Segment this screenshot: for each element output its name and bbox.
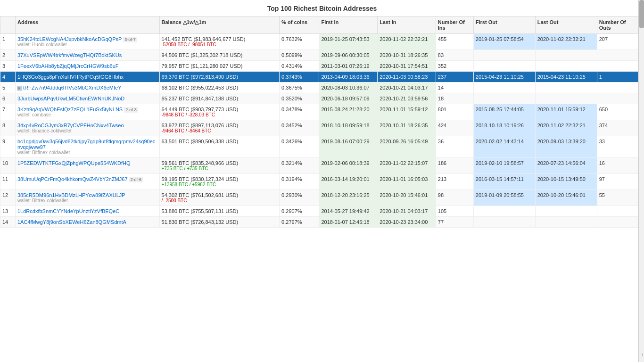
row-firstin: 2014-05-27 19:49:42 — [319, 206, 378, 217]
row-pct: 0.4314% — [280, 61, 319, 72]
row-lastout — [535, 82, 597, 93]
address-link[interactable]: 385cR5DM96n1HvBDMzLHPYcw89fZAXULJP — [17, 192, 125, 198]
address-link[interactable]: 1P5ZEDWTKTFGxQjZphgWPQUpe554WKDfHQ — [17, 160, 131, 166]
table-row: 9bc1qgdjqv0av3q56jvd82tkdjpy7gdp9ut8tlqm… — [0, 136, 638, 158]
row-firstout — [473, 93, 535, 104]
row-address[interactable]: bc1qgdjqv0av3q56jvd82tkdjpy7gdp9ut8tlqmg… — [16, 136, 160, 158]
row-address[interactable]: 38UmuUqPCrFmQo4khkomQwZ4VbY2nZMJ672-of-6 — [16, 174, 160, 190]
table-row: 101P5ZEDWTKTFGxQjZphgWPQUpe554WKDfHQ59,5… — [0, 158, 638, 174]
row-balance: 59,195 BTC ($830,127,324 USD)+13958 BTC … — [159, 174, 280, 190]
balance-main: 51,830 BTC ($726,843,132 USD) — [162, 219, 278, 225]
row-numins: 77 — [436, 217, 473, 228]
row-numins: 83 — [436, 50, 473, 61]
row-number: 1 — [0, 34, 16, 50]
row-address[interactable]: 1AC4fMwgY8j9onSbXEWeH6Zan8QGMSdmtA — [16, 217, 160, 228]
balance-change: -9848 BTC / -328.03 BTC — [162, 112, 278, 117]
col-header-lastin: Last In — [378, 16, 436, 34]
row-balance: 141,452 BTC ($1,983,646,677 USD)-52050 B… — [159, 34, 280, 50]
address-link[interactable]: 1HQ3Go3ggs8pFnXuHVHRytPCq5fGG8Hbhx — [17, 74, 124, 80]
row-address[interactable]: 37XuVSEpWW4trkfmvWzegTHQt7BdktSKUs — [16, 50, 160, 61]
row-pct: 0.5099% — [280, 50, 319, 61]
row-balance: 54,302 BTC ($761,502,681 USD)/ -2500 BTC — [159, 190, 280, 206]
table-row: 12385cR5DM96n1HvBDMzLHPYcw89fZAXULJPwall… — [0, 190, 638, 206]
row-number: 6 — [0, 93, 16, 104]
row-firstout — [473, 206, 535, 217]
address-link[interactable]: 1LdRcdxfbSnmCYYNdeYpUnztiYzVfBEQeC — [17, 208, 119, 214]
row-pct: 0.3214% — [280, 158, 319, 174]
row-address[interactable]: 1FeexV6bAHb8ybZjqQMjJrcCrHGW9sb6uF — [16, 61, 160, 72]
row-pct: 0.7632% — [280, 34, 319, 50]
row-lastin: 2020-11-02 22:15:07 — [378, 158, 436, 174]
balance-change: / -2500 BTC — [162, 198, 278, 203]
multisig-badge: 2-of-6 — [129, 177, 143, 182]
scrollbar-thumb[interactable] — [639, 0, 644, 28]
row-numins: 213 — [436, 174, 473, 190]
table-row: 141AC4fMwgY8j9onSbXEWeH6Zan8QGMSdmtA51,8… — [0, 217, 638, 228]
address-link[interactable]: 35hK24tcLEWcgNA4JxpvbkNkoAcDGqQPsP3-of-7 — [17, 36, 137, 42]
row-lastout: 2020-11-02 22:32:21 — [535, 120, 597, 136]
col-header-num — [0, 16, 16, 34]
row-firstin: 2018-10-18 09:59:18 — [319, 120, 378, 136]
address-link[interactable]: 38UmuUqPCrFmQo4khkomQwZ4VbY2nZMJ672-of-6 — [17, 176, 143, 182]
row-numins: 14 — [436, 82, 473, 93]
row-address[interactable]: 1LdRcdxfbSnmCYYNdeYpUnztiYzVfBEQeC — [16, 206, 160, 217]
row-address[interactable]: 3JurbUwpsAPqvUkwLM5CtwnEWrNnUKJNoD — [16, 93, 160, 104]
address-link[interactable]: 3Kzh9qAqVWQhEsfQz7zEQL1EuSx5tyNLNS2-of-3 — [17, 107, 138, 112]
table-row: 834xp4vRoCGJym3xR7yCVPFHoCNxv4Twseowalle… — [0, 120, 638, 136]
row-numouts — [597, 93, 638, 104]
wallet-label: wallet: Huobi-coldwallet — [17, 42, 157, 47]
address-link[interactable]: 1FeexV6bAHb8ybZjqQMjJrcCrHGW9sb6uF — [17, 63, 119, 69]
row-pct: 0.3452% — [280, 120, 319, 136]
balance-main: 59,195 BTC ($830,127,324 USD) — [162, 176, 278, 182]
row-firstout: 2016-03-15 14:57:11 — [473, 174, 535, 190]
row-number: 7 — [0, 104, 16, 120]
balance-main: 141,452 BTC ($1,983,646,677 USD) — [162, 36, 278, 42]
address-link[interactable]: bc1qgdjqv0av3q56jvd82tkdjpy7gdp9ut8tlqmg… — [17, 139, 155, 150]
wallet-label: wallet: Binance-coldwallet — [17, 128, 157, 133]
row-firstin: 2018-01-07 12:45:18 — [319, 217, 378, 228]
multisig-badge: 2-of-3 — [124, 107, 138, 113]
row-address[interactable]: 1P5ZEDWTKTFGxQjZphgWPQUpe554WKDfHQ — [16, 158, 160, 174]
row-pct: 0.2797% — [280, 217, 319, 228]
row-pct: 0.3675% — [280, 82, 319, 93]
address-link[interactable]: ⎘tRFZw7n94Jddq6TfVs3MbCXmDX6eMfeY — [17, 85, 121, 90]
balance-main: 64,449 BTC ($903,797,773 USD) — [162, 107, 278, 112]
row-lastout — [535, 206, 597, 217]
multisig-badge: 3-of-7 — [123, 37, 137, 42]
row-lastout — [535, 50, 597, 61]
row-firstout — [473, 61, 535, 72]
row-balance: 79,957 BTC ($1,121,280,027 USD) — [159, 61, 280, 72]
row-lastout: 2020-10-20 15:46:01 — [535, 190, 597, 206]
address-link[interactable]: 3JurbUwpsAPqvUkwLM5CtwnEWrNnUKJNoD — [17, 96, 124, 101]
table-row: 135hK24tcLEWcgNA4JxpvbkNkoAcDGqQPsP3-of-… — [0, 34, 638, 50]
row-address[interactable]: 1HQ3Go3ggs8pFnXuHVHRytPCq5fGG8Hbhx — [16, 72, 160, 82]
row-address[interactable]: 35hK24tcLEWcgNA4JxpvbkNkoAcDGqQPsP3-of-7… — [16, 34, 160, 50]
row-number: 8 — [0, 120, 16, 136]
wallet-label: wallet: Bitfinex-coldwallet — [17, 150, 157, 155]
row-lastout: 2020-09-03 13:39:20 — [535, 136, 597, 158]
balance-main: 94,506 BTC ($1,325,302,718 USD) — [162, 52, 278, 58]
row-numins: 801 — [436, 104, 473, 120]
row-address[interactable]: 34xp4vRoCGJym3xR7yCVPFHoCNxv4Twseowallet… — [16, 120, 160, 136]
row-number: 12 — [0, 190, 16, 206]
row-numins: 186 — [436, 158, 473, 174]
page-title: Top 100 Richest Bitcoin Addresses — [0, 0, 644, 16]
row-address[interactable]: 385cR5DM96n1HvBDMzLHPYcw89fZAXULJPwallet… — [16, 190, 160, 206]
row-balance: 63,501 BTC ($890,506,338 USD) — [159, 136, 280, 158]
row-number: 11 — [0, 174, 16, 190]
row-balance: 69,370 BTC ($972,813,490 USD) — [159, 72, 280, 82]
row-lastin: 2020-10-31 18:26:35 — [378, 50, 436, 61]
address-link[interactable]: 37XuVSEpWW4trkfmvWzegTHQt7BdktSKUs — [17, 52, 122, 58]
row-lastin: 2020-11-02 22:32:21 — [378, 34, 436, 50]
row-firstout: 2019-01-09 20:58:55 — [473, 190, 535, 206]
row-firstout: 2015-04-23 11:10:25 — [473, 72, 535, 82]
row-lastout — [535, 217, 597, 228]
row-address[interactable]: 3Kzh9qAqVWQhEsfQz7zEQL1EuSx5tyNLNS2-of-3… — [16, 104, 160, 120]
address-link[interactable]: 34xp4vRoCGJym3xR7yCVPFHoCNxv4Twseo — [17, 123, 124, 128]
address-link[interactable]: 1AC4fMwgY8j9onSbXEWeH6Zan8QGMSdmtA — [17, 219, 126, 225]
row-numins: 105 — [436, 206, 473, 217]
row-address[interactable]: ⎘tRFZw7n94Jddq6TfVs3MbCXmDX6eMfeY — [16, 82, 160, 93]
row-numins: 424 — [436, 120, 473, 136]
row-firstin: 2020-08-03 10:36:07 — [319, 82, 378, 93]
balance-main: 65,237 BTC ($914,847,188 USD) — [162, 96, 278, 101]
